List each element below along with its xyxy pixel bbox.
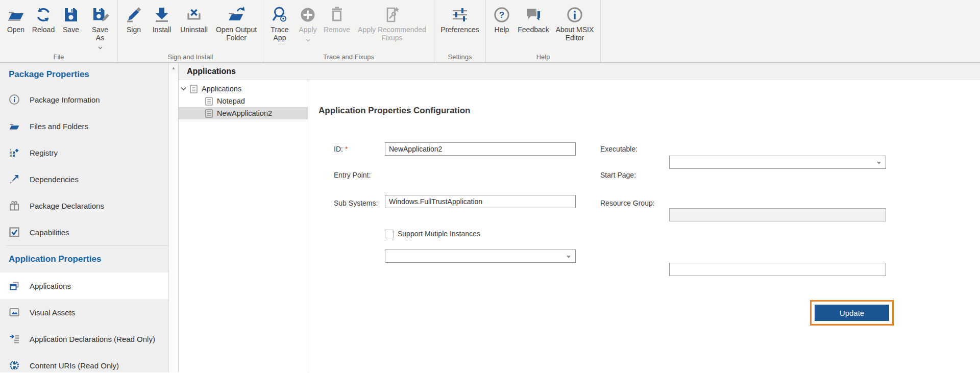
sidebar-section-package-properties: Package Properties	[0, 63, 168, 86]
chevron-down-icon	[98, 42, 103, 52]
trace-app-magnifier-icon	[270, 5, 289, 24]
required-marker: *	[345, 145, 348, 153]
ribbon-group-label-sign-install: Sign and Install	[118, 53, 263, 61]
dropdown-arrow-icon[interactable]	[567, 256, 571, 258]
entry-point-field-wrap	[385, 195, 576, 208]
ribbon-group-settings: Preferences Settings	[434, 0, 486, 62]
help-button[interactable]: ? Help	[488, 3, 516, 34]
support-multiple-instances-checkbox[interactable]	[385, 230, 394, 238]
msix-editor-window: Open Reload Save Save As	[0, 0, 980, 373]
chevron-down-icon	[306, 35, 310, 44]
main-content: Applications Applications	[179, 63, 980, 372]
ribbon-toolbar: Open Reload Save Save As	[0, 0, 980, 63]
entry-point-label: Entry Point:	[334, 171, 371, 179]
ribbon-group-trace-fixups: Trace App Apply Remove	[263, 0, 434, 62]
support-multiple-instances-label: Support Mutiple Instances	[398, 230, 480, 238]
sidebar-item-package-information[interactable]: Package Information	[0, 86, 168, 113]
sidebar-navigation: Package Properties Package Information F…	[0, 63, 168, 372]
dropdown-arrow-icon[interactable]	[877, 162, 881, 164]
sidebar-item-registry[interactable]: Registry	[0, 139, 168, 166]
document-icon	[190, 85, 198, 93]
sidebar-item-label: Capabilities	[30, 228, 69, 237]
reload-button[interactable]: Reload	[30, 3, 57, 34]
sidebar-item-files-and-folders[interactable]: Files and Folders	[0, 113, 168, 139]
dependencies-arrow-icon	[9, 173, 20, 185]
globe-icon	[9, 360, 20, 371]
apply-button[interactable]: Apply	[294, 3, 322, 44]
sidebar-item-package-declarations[interactable]: Package Declarations	[0, 192, 168, 219]
sidebar-scrollbar[interactable]: ▲	[168, 63, 179, 372]
svg-text:?: ?	[499, 10, 504, 20]
ribbon-group-label-help: Help	[486, 53, 600, 61]
visual-assets-image-icon	[9, 307, 20, 318]
chevron-down-icon[interactable]	[181, 87, 189, 91]
sidebar-item-dependencies[interactable]: Dependencies	[0, 166, 168, 192]
feedback-bubble-icon	[524, 5, 543, 24]
executable-input[interactable]	[670, 156, 886, 168]
fixups-page-wrench-icon	[382, 5, 402, 24]
sign-pencil-icon	[124, 5, 143, 24]
document-icon	[205, 97, 213, 106]
ribbon-group-label-trace-fixups: Trace and Fixups	[263, 53, 434, 61]
info-icon	[9, 94, 20, 105]
page-title-bar: Applications	[179, 63, 980, 80]
sidebar-item-label: Registry	[30, 148, 58, 157]
preferences-button[interactable]: Preferences	[436, 3, 483, 34]
open-output-folder-button[interactable]: Open Output Folder	[212, 3, 261, 42]
sidebar-item-content-uris[interactable]: Content URIs (Read Only)	[0, 352, 168, 372]
form-title: Application Properties Configuration	[318, 106, 471, 116]
uninstall-x-icon	[184, 5, 204, 24]
remove-button[interactable]: Remove	[322, 3, 352, 34]
ribbon-group-label-file: File	[0, 53, 117, 61]
sidebar-section-application-properties: Application Properties	[0, 246, 168, 272]
open-button[interactable]: Open	[2, 3, 30, 34]
start-page-field-wrap	[669, 208, 886, 221]
sidebar-item-visual-assets[interactable]: Visual Assets	[0, 299, 168, 326]
save-as-button[interactable]: Save As	[85, 3, 115, 52]
sidebar-item-label: Package Information	[30, 95, 100, 104]
resource-group-field-wrap	[669, 263, 886, 276]
ribbon-group-file: Open Reload Save Save As	[0, 0, 118, 62]
save-button[interactable]: Save	[57, 3, 85, 34]
about-msix-editor-button[interactable]: About MSIX Editor	[551, 3, 598, 42]
uninstall-button[interactable]: Uninstall	[176, 3, 212, 34]
feedback-button[interactable]: Feedback	[516, 3, 551, 34]
ribbon-group-help: ? Help Feedback About MSIX Editor Help	[486, 0, 601, 62]
id-field-wrap	[385, 142, 576, 156]
apply-plus-icon	[298, 5, 317, 24]
entry-point-input[interactable]	[385, 195, 575, 208]
page-title: Applications	[187, 67, 236, 76]
support-multiple-instances-row: Support Mutiple Instances	[385, 229, 480, 239]
save-as-icon	[90, 5, 110, 24]
sidebar-item-label: Content URIs (Read Only)	[30, 361, 119, 370]
sidebar-item-capabilities[interactable]: Capabilities	[0, 219, 168, 245]
tree-root-applications[interactable]: Applications	[179, 83, 308, 95]
tree-node-label: Applications	[202, 85, 241, 93]
sidebar-item-label: Visual Assets	[30, 308, 75, 317]
sidebar-item-label: Files and Folders	[30, 122, 88, 131]
id-input[interactable]	[385, 143, 575, 155]
sign-button[interactable]: Sign	[120, 3, 148, 34]
tree-node-notepad[interactable]: Notepad	[179, 95, 308, 107]
trace-app-button[interactable]: Trace App	[265, 3, 294, 42]
install-button[interactable]: Install	[148, 3, 176, 34]
applications-window-icon	[9, 280, 20, 291]
open-folder-icon	[6, 5, 26, 24]
resource-group-input[interactable]	[670, 263, 886, 276]
sidebar-item-application-declarations[interactable]: Application Declarations (Read Only)	[0, 326, 168, 352]
registry-icon	[9, 147, 20, 158]
executable-combobox[interactable]	[669, 156, 886, 169]
sidebar-item-label: Package Declarations	[30, 202, 104, 210]
package-gift-icon	[9, 200, 20, 211]
sub-systems-combobox[interactable]	[385, 250, 576, 263]
update-button[interactable]: Update	[815, 305, 889, 321]
sub-systems-input[interactable]	[385, 250, 575, 262]
open-output-folder-icon	[227, 5, 246, 24]
tree-node-label: NewApplication2	[217, 109, 272, 117]
sidebar-item-applications[interactable]: Applications	[0, 272, 168, 299]
folder-icon	[9, 120, 20, 132]
apply-recommended-fixups-button[interactable]: Apply Recommended Fixups	[352, 3, 432, 42]
scrollbar-up-arrow-icon[interactable]: ▲	[169, 63, 178, 73]
help-question-icon: ?	[492, 5, 511, 24]
tree-node-newapplication2[interactable]: NewApplication2	[179, 107, 308, 119]
